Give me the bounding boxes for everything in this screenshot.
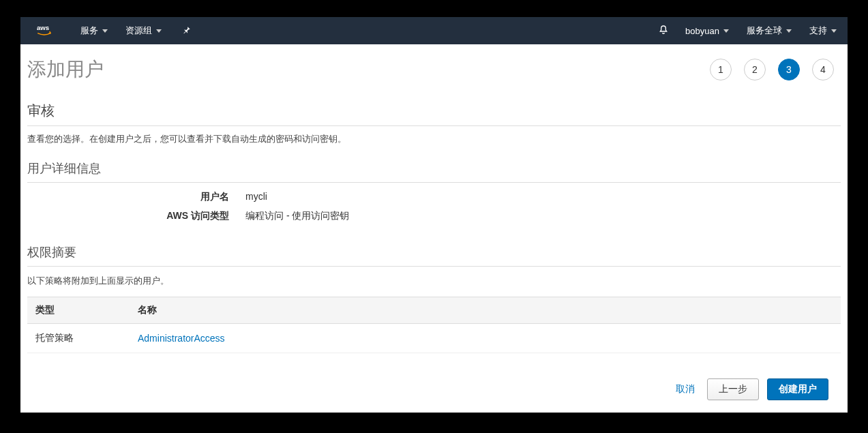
step-4[interactable]: 4 [812, 59, 834, 80]
chevron-down-icon [786, 29, 792, 33]
chevron-down-icon [723, 29, 729, 33]
nav-support[interactable]: 支持 [809, 25, 837, 37]
user-details-heading: 用户详细信息 [27, 160, 841, 183]
footer-actions: 取消 上一步 创建用户 [27, 369, 841, 413]
pin-icon[interactable] [182, 25, 192, 37]
col-name: 名称 [130, 297, 841, 324]
notifications-icon[interactable] [658, 25, 669, 38]
detail-value: mycli [245, 191, 267, 203]
nav-services-label: 服务 [80, 25, 98, 37]
nav-resource-groups-label: 资源组 [125, 25, 152, 37]
detail-label: 用户名 [27, 191, 245, 203]
chevron-down-icon [102, 29, 108, 33]
col-type: 类型 [27, 297, 130, 324]
page-title: 添加用户 [27, 57, 104, 83]
chevron-down-icon [831, 29, 837, 33]
cancel-button[interactable]: 取消 [676, 383, 695, 395]
chevron-down-icon [156, 29, 162, 33]
nav-region[interactable]: 服务全球 [747, 25, 792, 37]
review-heading: 审核 [27, 102, 841, 126]
previous-button[interactable]: 上一步 [707, 378, 759, 400]
step-3[interactable]: 3 [778, 59, 800, 80]
nav-region-label: 服务全球 [747, 25, 782, 37]
detail-row-username: 用户名 mycli [27, 191, 841, 203]
aws-logo[interactable]: aws [37, 23, 61, 38]
wizard-steps: 1 2 3 4 [710, 59, 841, 80]
create-user-button[interactable]: 创建用户 [767, 378, 828, 400]
detail-label: AWS 访问类型 [27, 210, 245, 222]
review-desc: 查看您的选择。在创建用户之后，您可以查看并下载自动生成的密码和访问密钥。 [27, 133, 841, 145]
detail-value: 编程访问 - 使用访问密钥 [245, 210, 349, 222]
nav-user-label: bobyuan [685, 26, 719, 36]
step-2[interactable]: 2 [744, 59, 766, 80]
permissions-desc: 以下策略将附加到上面显示的用户。 [27, 275, 841, 287]
nav-resource-groups[interactable]: 资源组 [125, 25, 162, 37]
detail-row-access-type: AWS 访问类型 编程访问 - 使用访问密钥 [27, 210, 841, 222]
policy-name-link[interactable]: AdministratorAccess [130, 324, 841, 353]
svg-text:aws: aws [37, 24, 49, 31]
permissions-heading: 权限摘要 [27, 244, 841, 267]
nav-services[interactable]: 服务 [80, 25, 108, 37]
nav-support-label: 支持 [809, 25, 827, 37]
policy-type: 托管策略 [27, 324, 130, 353]
policies-table: 类型 名称 托管策略 AdministratorAccess [27, 297, 841, 353]
step-1[interactable]: 1 [710, 59, 732, 80]
nav-user[interactable]: bobyuan [685, 26, 729, 36]
top-nav: aws 服务 资源组 bobyuan 服务全球 支持 [20, 17, 848, 44]
table-row: 托管策略 AdministratorAccess [27, 324, 841, 353]
